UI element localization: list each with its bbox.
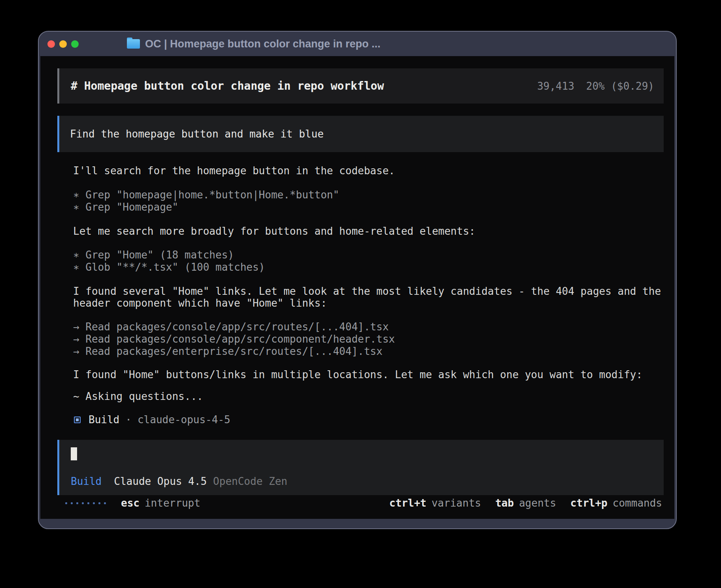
agent-status-row: Build · claude-opus-4-5	[74, 414, 230, 426]
folder-icon	[127, 39, 140, 49]
input-agent[interactable]: Build	[71, 475, 102, 487]
shortcut-agents: tab agents	[495, 497, 556, 509]
user-message-text: Find the homepage button and make it blu…	[70, 128, 324, 140]
shortcut-key: tab	[495, 497, 514, 509]
tool-call-grep: ∗ Grep "Home" (18 matches)	[73, 249, 234, 261]
assistant-text: I found "Home" buttons/links in multiple…	[73, 369, 642, 381]
context-usage: 20% ($0.29)	[586, 80, 654, 92]
token-count: 39,413	[537, 80, 574, 92]
prompt-input[interactable]: Build Claude Opus 4.5 OpenCode Zen	[57, 440, 664, 495]
input-provider: OpenCode Zen	[213, 475, 287, 487]
agent-badge-icon	[74, 416, 81, 423]
assistant-text: I found several "Home" links. Let me loo…	[73, 285, 661, 297]
status-bar: esc interrupt ctrl+t variants tab agents…	[57, 497, 662, 509]
titlebar[interactable]: OC | Homepage button color change in rep…	[39, 32, 676, 56]
spinner	[65, 502, 106, 504]
shortcut-label: variants	[432, 497, 481, 509]
text-cursor	[71, 447, 77, 460]
minimize-button[interactable]	[59, 40, 67, 48]
tool-call-read: → Read packages/enterprise/src/routes/[.…	[73, 345, 383, 357]
assistant-text: header component which have "Home" links…	[73, 297, 327, 309]
tool-call-grep: ∗ Grep "Homepage"	[73, 201, 178, 213]
tool-call-grep: ∗ Grep "homepage|home.*button|Home.*butt…	[73, 189, 339, 201]
session-title: # Homepage button color change in repo w…	[71, 79, 384, 92]
shortcut-key: ctrl+t	[389, 497, 427, 509]
shortcut-key: ctrl+p	[570, 497, 608, 509]
input-model-line: Build Claude Opus 4.5 OpenCode Zen	[71, 475, 287, 487]
zoom-button[interactable]	[71, 40, 79, 48]
status-asking-questions: ~ Asking questions...	[73, 390, 203, 402]
agent-separator: ·	[125, 414, 132, 426]
session-header: # Homepage button color change in repo w…	[57, 68, 664, 104]
agent-model: claude-opus-4-5	[138, 414, 230, 426]
terminal-window: OC | Homepage button color change in rep…	[38, 31, 677, 529]
user-message: Find the homepage button and make it blu…	[57, 116, 664, 152]
session-stats: 39,41320% ($0.29)	[537, 80, 654, 92]
terminal-content: # Homepage button color change in repo w…	[40, 56, 674, 519]
window-title: OC | Homepage button color change in rep…	[145, 38, 381, 50]
shortcut-commands: ctrl+p commands	[570, 497, 662, 509]
assistant-text: I'll search for the homepage button in t…	[73, 165, 395, 177]
tool-call-read: → Read packages/console/app/src/componen…	[73, 333, 395, 345]
tool-call-glob: ∗ Glob "**/*.tsx" (100 matches)	[73, 261, 265, 273]
shortcut-label: commands	[613, 497, 662, 509]
shortcut-label: interrupt	[145, 497, 200, 509]
shortcut-key: esc	[121, 497, 140, 509]
shortcut-label: agents	[519, 497, 556, 509]
agent-name: Build	[89, 414, 119, 426]
traffic-lights	[47, 40, 79, 48]
input-model[interactable]: Claude Opus 4.5	[114, 475, 207, 487]
close-button[interactable]	[47, 40, 55, 48]
tool-call-read: → Read packages/console/app/src/routes/[…	[73, 321, 389, 333]
assistant-text: Let me search more broadly for buttons a…	[73, 225, 475, 237]
shortcut-interrupt: esc interrupt	[121, 497, 200, 509]
shortcut-variants: ctrl+t variants	[389, 497, 481, 509]
